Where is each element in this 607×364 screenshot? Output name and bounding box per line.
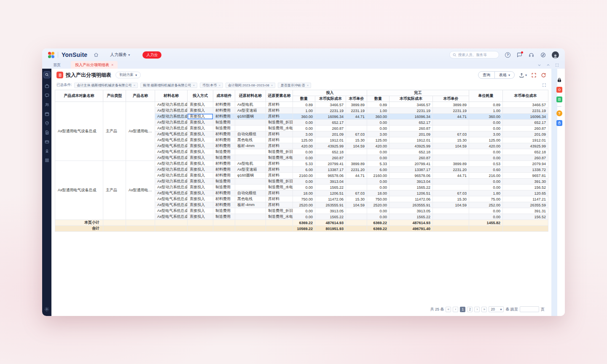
cell-component[interactable]: 制造费用 [213, 214, 235, 220]
cell-method[interactable]: 直接投入 [188, 190, 213, 196]
cell-method[interactable]: 直接投入 [188, 185, 213, 190]
cell-out_cost[interactable]: 16096.34 [389, 114, 433, 120]
cell-out_qty[interactable]: 1.00 [367, 108, 389, 114]
cell-component[interactable]: 制造费用 [213, 120, 235, 126]
cell-in_qty[interactable]: 5.33 [293, 161, 315, 167]
cell-restore_element[interactable]: 原材料 [266, 161, 293, 167]
cell-unit_usage[interactable]: 420.00 [469, 143, 503, 149]
cell-unit_usage[interactable]: 3.00 [469, 131, 503, 137]
cell-material[interactable]: Ax型动力系统总成 [155, 126, 188, 131]
cell-in_price[interactable] [346, 214, 367, 220]
discover-icon[interactable] [540, 52, 546, 58]
tab-close-icon[interactable]: × [111, 63, 113, 67]
cell-out_cost[interactable]: 2231.19 [389, 108, 433, 114]
page-button-1[interactable]: 1 [460, 307, 465, 312]
cell-in_cost[interactable]: 260.87 [315, 126, 346, 131]
cell-out_qty[interactable]: 0.00 [367, 155, 389, 161]
cell-in_cost[interactable]: 20799.41 [315, 161, 346, 167]
cell-unit_usage[interactable]: 216.00 [469, 173, 503, 179]
cell-unit_cost[interactable]: 9657.81 [503, 173, 548, 179]
cell-out_price[interactable] [433, 214, 469, 220]
cell-out_price[interactable]: 104.59 [433, 202, 469, 208]
message-center-icon[interactable] [44, 93, 49, 98]
cell-restore_element[interactable]: 制造费用_折旧 [266, 120, 293, 126]
cell-restore_material[interactable] [235, 120, 266, 126]
cell-out_qty[interactable]: 0.00 [367, 185, 389, 190]
record-icon[interactable] [556, 87, 562, 93]
cell-in_cost[interactable]: 96578.06 [315, 173, 346, 179]
cell-material[interactable]: Ax型电气系统总成 [155, 143, 188, 149]
cell-material[interactable]: Ax型动力系统总成 [155, 108, 188, 114]
cell-restore_element[interactable]: 原材料 [266, 108, 293, 114]
cell-component[interactable]: 制造费用 [213, 185, 235, 190]
cell-method[interactable]: 直接投入 [188, 179, 213, 185]
cell-unit_cost[interactable]: 26355.59 [503, 202, 548, 208]
cell-unit_usage[interactable]: 0.60 [469, 167, 503, 173]
cell-unit_usage[interactable]: 0.00 [469, 208, 503, 214]
cell-unit_cost[interactable]: 260.87 [503, 155, 548, 161]
cell-in_qty[interactable]: 0.00 [293, 149, 315, 155]
cell-unit_usage[interactable]: 0.00 [469, 149, 503, 155]
cell-unit_usage[interactable]: 360.00 [469, 114, 503, 120]
cell-component[interactable]: 制造费用 [213, 179, 235, 185]
cell-product_name[interactable]: Ax型通用电气... [126, 161, 155, 220]
badge-icon[interactable] [44, 148, 49, 153]
cell-in_price[interactable] [346, 120, 367, 126]
cell-unit_usage[interactable]: 0.53 [469, 161, 503, 167]
filter-tag[interactable]: 账簿:杨斯维特机械设备有限公司× [140, 83, 197, 88]
cell-in_price[interactable]: 15.30 [346, 137, 367, 143]
cell-material[interactable]: Ax型动力系统总成 [155, 161, 188, 167]
cell-out_price[interactable] [433, 155, 469, 161]
calendar-icon[interactable] [44, 111, 49, 116]
cell-in_cost[interactable]: 263555.91 [315, 202, 346, 208]
cell-restore_element[interactable]: 制造费用_折旧 [266, 179, 293, 185]
cell-material[interactable]: Ax型动力系统总成 [155, 120, 188, 126]
workbench-icon[interactable] [44, 83, 49, 88]
cell-component[interactable]: 制造费用 [213, 149, 235, 155]
cell-out_price[interactable]: 15.30 [433, 137, 469, 143]
cell-component[interactable]: 材料费用 [213, 173, 235, 179]
cell-material[interactable]: Ax型电气系统总成 [155, 131, 188, 137]
cell-component[interactable]: 材料费用 [213, 131, 235, 137]
cell-in_cost[interactable]: 1565.22 [315, 185, 346, 190]
cell-component[interactable]: 材料费用 [213, 202, 235, 208]
cell-unit_cost[interactable]: 120.65 [503, 190, 548, 196]
cell-restore_element[interactable]: 原材料 [266, 143, 293, 149]
cell-out_price[interactable] [433, 179, 469, 185]
cell-in_qty[interactable]: 0.00 [293, 179, 315, 185]
cell-out_qty[interactable]: 360.00 [367, 114, 389, 120]
cell-out_cost[interactable]: 3466.57 [389, 102, 433, 108]
settings-icon[interactable] [44, 307, 49, 312]
cell-method[interactable]: 直接投入 [188, 161, 213, 167]
prev-page-button[interactable]: ‹ [453, 307, 458, 312]
cell-out_qty[interactable]: 0.00 [367, 120, 389, 126]
cell-cost_object[interactable]: Ax型通用电气设备总成 [55, 102, 103, 161]
cell-in_price[interactable]: 3899.89 [346, 102, 367, 108]
cell-restore_element[interactable]: 制造费用_折旧 [266, 149, 293, 155]
cell-restore_element[interactable]: 制造费用_水电费 [266, 155, 293, 161]
cell-out_qty[interactable]: 420.00 [367, 143, 389, 149]
cell-in_cost[interactable]: 201.09 [315, 131, 346, 137]
cell-out_qty[interactable]: 0.00 [367, 214, 389, 220]
cell-method[interactable]: 直接投入 [188, 102, 213, 108]
cell-component[interactable]: 材料费用 [213, 108, 235, 114]
cell-out_cost[interactable]: 11472.06 [389, 196, 433, 202]
cell-in_cost[interactable]: 1206.51 [315, 190, 346, 196]
cell-component[interactable]: 材料费用 [213, 190, 235, 196]
cell-in_cost[interactable]: 13387.17 [315, 167, 346, 173]
cell-out_cost[interactable]: 1565.22 [389, 185, 433, 190]
cell-unit_cost[interactable]: 2079.94 [503, 161, 548, 167]
cell-in_price[interactable]: 2231.19 [346, 108, 367, 114]
cell-out_qty[interactable]: 6.00 [367, 167, 389, 173]
cell-in_qty[interactable]: 6.00 [293, 167, 315, 173]
lock-icon[interactable] [556, 77, 562, 83]
cell-out_price[interactable] [433, 208, 469, 214]
cell-out_cost[interactable]: 260.87 [389, 126, 433, 131]
cell-restore_material[interactable] [235, 149, 266, 155]
cell-restore_material[interactable]: 自动化模组 [235, 190, 266, 196]
cell-out_qty[interactable]: 0.00 [367, 179, 389, 185]
scheme-dropdown[interactable]: 初始方案 ▾ [115, 72, 141, 78]
tag-close-icon[interactable]: × [271, 83, 273, 87]
cell-unit_usage[interactable]: 75.00 [469, 196, 503, 202]
cell-restore_material[interactable]: 自动化模组 [235, 131, 266, 137]
